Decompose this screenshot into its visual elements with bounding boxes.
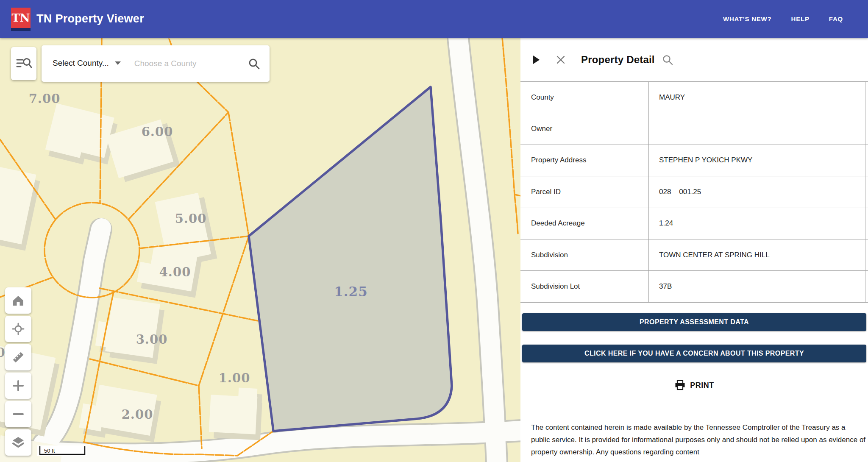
- county-search-input[interactable]: [134, 59, 248, 68]
- property-row-value: STEPHEN P YOKICH PKWY: [649, 145, 865, 176]
- property-concern-button[interactable]: CLICK HERE IF YOU HAVE A CONCERN ABOUT T…: [522, 345, 866, 362]
- parcel-label: 7.00: [29, 92, 61, 106]
- parcel-label: 3.00: [136, 332, 168, 347]
- parcel-label: 0: [0, 345, 6, 360]
- locate-icon: [12, 323, 25, 335]
- panel-title: Property Detail: [581, 54, 655, 66]
- property-row: Owner: [520, 113, 868, 145]
- selected-parcel-label: 1.25: [334, 284, 368, 299]
- close-icon[interactable]: [556, 55, 566, 65]
- disclaimer-text: The content contained herein is made ava…: [531, 421, 866, 458]
- nav-help[interactable]: HELP: [782, 11, 819, 27]
- property-row-label: Subdivision: [520, 239, 649, 270]
- parcel-label: 2.00: [122, 407, 153, 422]
- property-row: CountyMAURY: [520, 82, 868, 113]
- layers-button[interactable]: [5, 429, 31, 456]
- scale-bar-label: 50 ft: [44, 448, 55, 454]
- parcel-label: 6.00: [142, 125, 173, 139]
- locate-button[interactable]: [5, 316, 31, 342]
- measure-button[interactable]: [5, 344, 31, 370]
- property-row-value: TOWN CENTER AT SPRING HILL: [649, 239, 865, 270]
- assessment-data-button[interactable]: PROPERTY ASSESSMENT DATA: [522, 313, 866, 331]
- app-header: TN TN Property Viewer WHAT'S NEW?HELPFAQ: [0, 0, 868, 38]
- property-row-label: Subdivision Lot: [520, 271, 649, 302]
- list-search-icon: [15, 56, 32, 71]
- map-canvas[interactable]: 7.006.005.004.003.002.001.0001.25 Select…: [0, 38, 520, 462]
- property-row-value: MAURY: [649, 82, 865, 113]
- printer-icon: [674, 380, 686, 391]
- app-title: TN Property Viewer: [36, 12, 144, 25]
- parcel-label: 1.00: [219, 371, 250, 385]
- search-icon[interactable]: [248, 57, 260, 70]
- county-select-label: Select County...: [53, 58, 109, 68]
- chevron-down-icon: [115, 61, 121, 65]
- property-table: CountyMAURYOwnerProperty AddressSTEPHEN …: [520, 81, 868, 303]
- property-row-label: Owner: [520, 113, 649, 144]
- zoom-in-button[interactable]: [5, 373, 31, 399]
- panel-header: Property Detail: [520, 38, 868, 81]
- property-row: Deeded Acreage1.24: [520, 208, 868, 239]
- property-row-label: Parcel ID: [520, 176, 649, 207]
- parcel-label: 5.00: [175, 212, 207, 226]
- nav-what-s-new[interactable]: WHAT'S NEW?: [713, 11, 782, 27]
- zoom-out-icon: [12, 408, 25, 420]
- property-row: Parcel ID028 001.25: [520, 176, 868, 208]
- tn-logo-mark: TN: [11, 8, 31, 28]
- print-label: PRINT: [690, 381, 714, 390]
- print-button[interactable]: PRINT: [520, 375, 868, 395]
- property-row-value: 028 001.25: [649, 176, 865, 207]
- panel-search-icon[interactable]: [662, 54, 673, 66]
- property-row-value: [649, 113, 865, 144]
- nav-faq[interactable]: FAQ: [819, 11, 853, 27]
- home-icon: [12, 295, 25, 306]
- property-row-label: Property Address: [520, 145, 649, 176]
- parcel-basemap: [0, 38, 520, 462]
- layers-icon: [11, 436, 25, 449]
- property-row-label: Deeded Acreage: [520, 208, 649, 239]
- property-row-value: 1.24: [649, 208, 865, 239]
- tn-state-logo: TN: [11, 8, 31, 31]
- property-detail-panel: Property Detail CountyMAURYOwnerProperty…: [520, 38, 868, 462]
- scale-bar: 50 ft: [37, 445, 87, 456]
- property-row-label: County: [520, 82, 649, 113]
- tn-logo-underline: [11, 28, 31, 31]
- zoom-in-icon: [12, 379, 25, 392]
- tn-property-viewer-app: TN TN Property Viewer WHAT'S NEW?HELPFAQ: [0, 0, 868, 462]
- property-row: SubdivisionTOWN CENTER AT SPRING HILL: [520, 239, 868, 271]
- panel-actions: PROPERTY ASSESSMENT DATACLICK HERE IF YO…: [522, 313, 866, 362]
- collapse-panel-icon[interactable]: [533, 56, 540, 64]
- property-row: Subdivision Lot37B: [520, 271, 868, 302]
- property-row-value: 37B: [649, 271, 865, 302]
- parcel-label: 4.00: [159, 265, 191, 279]
- property-row: Property AddressSTEPHEN P YOKICH PKWY: [520, 145, 868, 176]
- measure-icon: [11, 351, 25, 364]
- home-button[interactable]: [5, 287, 31, 314]
- search-results-toggle-button[interactable]: [11, 47, 36, 80]
- county-select-dropdown[interactable]: Select County...: [51, 58, 123, 74]
- zoom-out-button[interactable]: [5, 401, 31, 427]
- header-nav: WHAT'S NEW?HELPFAQ: [713, 11, 853, 27]
- county-search-bar: Select County...: [42, 45, 270, 82]
